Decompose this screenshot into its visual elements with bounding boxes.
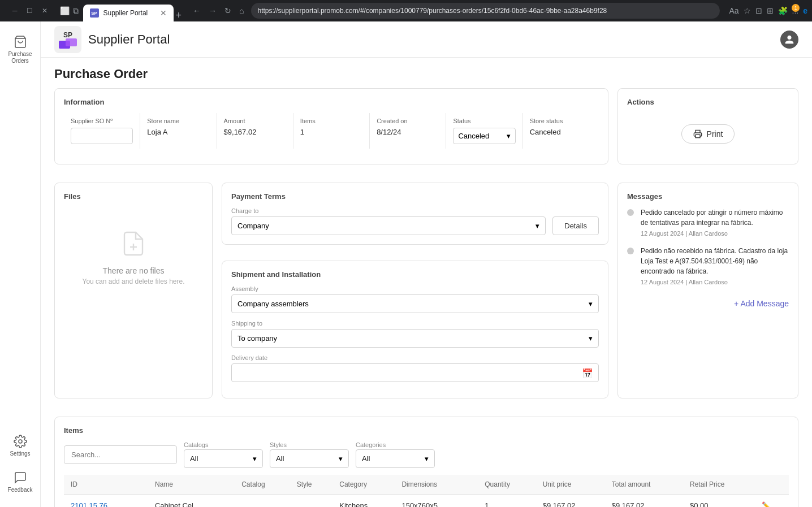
catalogs-select[interactable]: All ▾ (184, 449, 263, 468)
forward-button[interactable]: → (206, 4, 219, 18)
categories-select[interactable]: All ▾ (356, 449, 435, 468)
amount-cell: Amount $9,167.02 (217, 113, 293, 149)
sidebar-item-settings[interactable]: Settings (2, 430, 38, 462)
favorites-icon[interactable]: ☆ (744, 6, 751, 15)
home-button[interactable]: ⌂ (237, 4, 246, 18)
content-body: Purchase Order Information Supplier SO N… (41, 58, 812, 507)
files-title: Files (64, 192, 203, 201)
refresh-button[interactable]: ↻ (222, 4, 234, 18)
message-dot-2 (627, 248, 634, 254)
catalogs-value: All (190, 454, 198, 463)
assembly-dropdown-icon: ▾ (589, 300, 593, 308)
files-empty-icon (120, 230, 147, 259)
minimize-button[interactable]: ─ (9, 6, 21, 16)
svg-text:SP: SP (63, 31, 72, 39)
square-icon[interactable]: ⬜ (60, 6, 70, 15)
created-on-cell: Created on 8/12/24 (370, 113, 446, 149)
assembly-select[interactable]: Company assemblers ▾ (231, 294, 599, 313)
charge-to-label: Charge to (231, 207, 546, 214)
styles-select[interactable]: All ▾ (270, 449, 349, 468)
charge-to-wrapper: Charge to Company ▾ (231, 207, 546, 235)
sidebar-item-feedback[interactable]: Feedback (2, 466, 38, 498)
assembly-field: Assembly Company assemblers ▾ (231, 285, 599, 313)
edge-icon[interactable]: e (803, 6, 807, 15)
charge-to-value: Company (237, 222, 269, 230)
items-search-input[interactable] (64, 445, 177, 464)
window-controls[interactable]: ─ ☐ ✕ (9, 6, 51, 16)
row-id[interactable]: 2101.15.76... (64, 495, 148, 508)
table-row: 2101.15.76... Cabinet Cel... Kitchens 15… (64, 495, 789, 508)
categories-filter-label: Categories (356, 441, 435, 448)
categories-value: All (362, 454, 370, 463)
svg-point-1 (19, 440, 22, 443)
extensions-icon[interactable]: 🧩 (778, 6, 788, 15)
items-filters: Catalogs All ▾ Styles All ▾ (64, 441, 789, 468)
shipping-to-select[interactable]: To company ▾ (231, 329, 599, 348)
row-total-amount: $9,167.02 (605, 495, 683, 508)
status-dropdown-icon: ▾ (507, 132, 511, 140)
gear-icon (14, 435, 27, 448)
address-bar[interactable]: https://supplierportal.promob.com/#/comp… (251, 3, 720, 19)
items-title: Items (64, 426, 789, 435)
sidebar-label-purchase-orders: Purchase Orders (7, 51, 34, 64)
store-name-cell: Store name Loja A (140, 113, 217, 149)
app-title: Supplier Portal (88, 32, 170, 47)
col-unit-price: Unit price (536, 475, 605, 495)
layers-icon[interactable]: ⧉ (73, 6, 79, 16)
supplier-so-input[interactable] (71, 128, 133, 144)
page-header: Purchase Order (54, 58, 798, 81)
message-meta-2: 12 August 2024 | Allan Cardoso (641, 279, 789, 285)
styles-filter-wrapper: Styles All ▾ (270, 441, 349, 468)
app-layout: Purchase Orders Settings Feedback (0, 21, 812, 507)
edit-icon[interactable]: ✏️ (762, 501, 771, 507)
new-tab-button[interactable]: + (176, 10, 182, 21)
row-quantity: 1 (478, 495, 535, 508)
message-meta-1: 12 August 2024 | Allan Cardoso (641, 230, 789, 237)
browser-chrome: ─ ☐ ✕ ⬜ ⧉ SP Supplier Portal ✕ + ← → ↻ ⌂… (0, 0, 812, 21)
add-message-button[interactable]: + Add Message (734, 299, 789, 308)
charge-to-select[interactable]: Company ▾ (231, 216, 546, 235)
tab-close-button[interactable]: ✕ (160, 8, 167, 18)
shipping-to-dropdown-icon: ▾ (589, 334, 593, 343)
delivery-date-input[interactable] (231, 363, 599, 382)
message-item-2: Pedido não recebido na fábrica. Cadastro… (627, 246, 789, 285)
delivery-date-wrapper: 📅 (231, 363, 599, 382)
items-count-label: Items (300, 118, 362, 124)
message-text-2: Pedido não recebido na fábrica. Cadastro… (641, 246, 789, 276)
store-status-value: Canceled (530, 128, 592, 136)
created-on-value: 8/12/24 (377, 128, 439, 136)
sidebar-item-purchase-orders[interactable]: Purchase Orders (2, 31, 38, 69)
items-table-body: 2101.15.76... Cabinet Cel... Kitchens 15… (64, 495, 789, 508)
user-avatar[interactable] (780, 31, 798, 49)
notification-icon[interactable]: ...1 (792, 6, 799, 15)
back-button[interactable]: ← (191, 4, 203, 18)
shipment-content: Assembly Company assemblers ▾ Shipping t… (231, 285, 599, 389)
collections-icon[interactable]: ⊡ (755, 6, 762, 15)
maximize-button[interactable]: ☐ (23, 6, 36, 16)
catalogs-dropdown-icon: ▾ (253, 454, 257, 463)
close-button[interactable]: ✕ (38, 6, 51, 16)
col-id: ID (64, 475, 148, 495)
row-name: Cabinet Cel... (148, 495, 235, 508)
message-item-1: Pedido cancelado por atingir o número má… (627, 207, 789, 237)
col-total-amount: Total amount (605, 475, 683, 495)
downloads-icon[interactable]: ⊞ (767, 6, 774, 15)
status-select[interactable]: Canceled ▾ (453, 128, 515, 144)
items-cell: Items 1 (293, 113, 370, 149)
app-header: SP Supplier Portal (41, 21, 812, 58)
row-edit-action[interactable]: ✏️ (755, 495, 789, 508)
print-button[interactable]: Print (681, 124, 735, 144)
actions-title: Actions (627, 98, 789, 106)
actions-content: Print (627, 113, 789, 155)
active-tab[interactable]: SP Supplier Portal ✕ (83, 5, 174, 21)
amount-value: $9,167.02 (224, 128, 286, 136)
chat-icon (14, 471, 27, 484)
sidebar: Purchase Orders Settings Feedback (0, 21, 41, 507)
items-table-header: ID Name Catalog Style Category Dimension… (64, 475, 789, 495)
print-label: Print (707, 129, 723, 138)
details-button[interactable]: Details (552, 216, 599, 235)
calendar-icon[interactable]: 📅 (582, 367, 593, 378)
payment-section: Payment Terms Charge to Company ▾ Detail… (222, 183, 608, 245)
styles-filter-label: Styles (270, 441, 349, 448)
read-mode-icon[interactable]: Aa (729, 6, 738, 15)
